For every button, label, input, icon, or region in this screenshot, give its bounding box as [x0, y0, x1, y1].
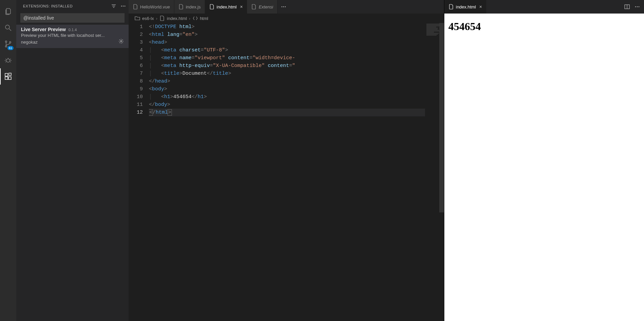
editor-scrollbar[interactable]	[439, 23, 444, 321]
scrollbar-thumb[interactable]	[439, 23, 444, 212]
editor-tabs: HelloWorld.vue index.js index.html × Ext…	[129, 0, 444, 14]
more-icon[interactable]	[120, 3, 126, 9]
chevron-right-icon: ›	[156, 16, 157, 21]
more-icon	[281, 4, 286, 9]
svg-point-3	[5, 46, 7, 47]
extensions-search-input[interactable]	[20, 13, 125, 23]
activity-source-control[interactable]: 61	[0, 36, 16, 52]
extension-author: negokaz	[21, 40, 38, 45]
sidebar-header: Extensions: Installed	[16, 0, 129, 12]
code-editor[interactable]: 123456789101112 <!DOCTYPE html><html lan…	[129, 23, 444, 321]
tab-indexhtml[interactable]: index.html ×	[205, 0, 247, 14]
tab-indexjs[interactable]: index.js	[174, 0, 205, 14]
filter-icon[interactable]	[111, 3, 116, 9]
extension-name: Live Server Preview	[21, 27, 66, 32]
preview-tabs: index.html ×	[444, 0, 644, 14]
chevron-right-icon: ›	[189, 16, 190, 21]
tab-preview[interactable]: index.html ×	[444, 0, 486, 14]
svg-point-17	[282, 6, 283, 7]
sidebar: Extensions: Installed Live Server Previe…	[16, 0, 129, 321]
bug-icon	[4, 56, 12, 64]
folder-icon	[135, 16, 140, 21]
file-icon	[133, 4, 138, 9]
svg-rect-7	[5, 77, 8, 79]
tab-label: index.html	[217, 4, 237, 9]
extensions-icon	[4, 72, 12, 81]
file-icon	[178, 4, 184, 9]
svg-rect-6	[5, 73, 8, 76]
extension-manage-button[interactable]	[118, 39, 124, 45]
close-icon[interactable]: ×	[479, 4, 482, 9]
svg-point-19	[285, 6, 286, 7]
preview-heading: 454654	[448, 20, 640, 33]
svg-rect-8	[8, 77, 11, 79]
scm-badge: 61	[7, 46, 14, 50]
extension-description: Preview your HTML file with localhost se…	[21, 33, 124, 38]
svg-point-2	[5, 41, 7, 42]
svg-line-1	[9, 29, 11, 31]
sidebar-title: Extensions: Installed	[23, 4, 73, 8]
activity-extensions[interactable]	[0, 68, 16, 85]
svg-point-5	[6, 59, 10, 62]
breadcrumb-folder: es6-lx	[142, 16, 154, 21]
svg-point-14	[123, 5, 124, 6]
svg-point-13	[121, 5, 122, 6]
files-icon	[4, 7, 12, 16]
svg-point-23	[637, 6, 638, 7]
extension-list-item[interactable]: Live Server Preview 0.1.4 Preview your H…	[16, 25, 129, 48]
file-icon	[159, 16, 165, 21]
tab-helloworld[interactable]: HelloWorld.vue	[129, 0, 174, 14]
split-editor-icon[interactable]	[624, 4, 630, 9]
svg-point-24	[639, 6, 640, 7]
search-icon	[4, 24, 12, 32]
svg-point-4	[9, 42, 11, 43]
tab-extension[interactable]: Extensi	[247, 0, 277, 14]
code-content[interactable]: <!DOCTYPE html><html lang="en"><head>│ <…	[149, 23, 444, 321]
tab-label: Extensi	[259, 4, 273, 9]
svg-rect-9	[9, 73, 11, 75]
preview-pane: 454654	[444, 14, 644, 321]
breadcrumb-file: index.html	[167, 16, 187, 21]
tab-label: index.html	[456, 4, 476, 9]
editor-group-right: index.html × 454654	[444, 0, 644, 321]
svg-point-15	[125, 5, 126, 6]
breadcrumbs[interactable]: es6-lx › index.html › html	[129, 14, 444, 23]
svg-point-16	[120, 41, 122, 42]
editor-group-left: HelloWorld.vue index.js index.html × Ext…	[129, 0, 444, 321]
extension-version: 0.1.4	[68, 28, 76, 32]
breadcrumb-symbol: html	[200, 16, 208, 21]
activity-debug[interactable]	[0, 52, 16, 68]
file-icon	[251, 4, 257, 9]
svg-point-18	[283, 6, 284, 7]
tabs-overflow[interactable]	[277, 0, 290, 14]
line-gutter: 123456789101112	[129, 23, 149, 321]
close-icon[interactable]: ×	[240, 4, 243, 9]
svg-point-0	[5, 25, 9, 29]
tab-label: index.js	[186, 4, 201, 9]
gear-icon	[118, 39, 124, 44]
symbol-icon	[193, 16, 198, 21]
file-icon	[448, 4, 454, 9]
activity-explorer[interactable]	[0, 3, 16, 20]
svg-point-22	[635, 6, 636, 7]
file-icon	[209, 4, 215, 9]
activity-search[interactable]	[0, 20, 16, 36]
activity-bar: 61	[0, 0, 16, 321]
more-icon[interactable]	[635, 4, 640, 9]
tab-label: HelloWorld.vue	[140, 4, 170, 9]
